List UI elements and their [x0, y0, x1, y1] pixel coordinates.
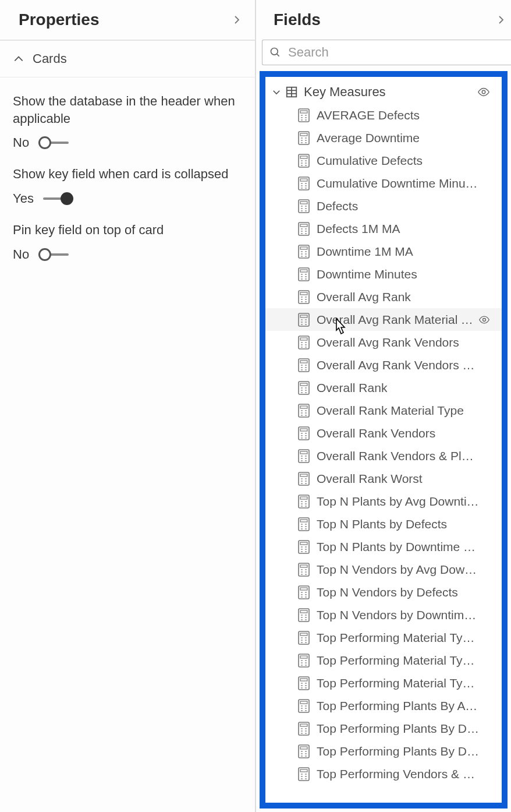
fields-header[interactable]: Fields [256, 0, 511, 40]
field-label: Top Performing Plants By Do… [317, 744, 480, 758]
svg-rect-32 [300, 179, 307, 181]
svg-rect-64 [300, 270, 307, 272]
properties-header[interactable]: Properties [0, 0, 255, 41]
field-label: Top N Plants by Avg Downtim… [317, 495, 480, 509]
field-label: Cumulative Defects [317, 154, 423, 168]
measure-icon [298, 654, 310, 668]
property-label: Show key field when card is collapsed [13, 165, 242, 183]
field-label: Overall Avg Rank Vendors Pla… [317, 358, 480, 372]
field-row[interactable]: Defects 1M MA [265, 217, 502, 240]
table-row-key-measures[interactable]: Key Measures [265, 80, 502, 104]
field-label: Average Downtime [317, 131, 420, 145]
svg-point-6 [482, 90, 485, 94]
measure-icon [298, 449, 310, 463]
field-row[interactable]: Overall Avg Rank Vendors [265, 331, 502, 354]
svg-rect-40 [300, 202, 307, 204]
property-item: Show the database in the header when app… [13, 93, 242, 150]
field-row[interactable]: Overall Avg Rank Material Type [265, 308, 502, 331]
field-label: Top N Vendors by Avg Downt… [317, 563, 480, 577]
svg-rect-161 [300, 542, 307, 545]
toggle-switch[interactable] [38, 248, 70, 262]
field-label: AVERAGE Defects [317, 108, 420, 122]
field-row[interactable]: Top Performing Plants By Def… [265, 717, 502, 740]
toggle-switch[interactable] [43, 192, 74, 206]
field-row[interactable]: Top Performing Material Type… [265, 649, 502, 672]
chevron-up-icon [13, 53, 24, 65]
fields-panel: Fields Key MeasuresAVERAGE DefectsAverag… [256, 0, 511, 812]
field-row[interactable]: Top N Plants by Defects [265, 513, 502, 535]
field-row[interactable]: Top N Vendors by Avg Downt… [265, 558, 502, 581]
search-box[interactable] [262, 40, 511, 65]
field-row[interactable]: Downtime 1M MA [265, 240, 502, 263]
measure-icon [298, 358, 310, 372]
field-row[interactable]: Average Downtime [265, 126, 502, 149]
field-row[interactable]: Overall Rank [265, 376, 502, 399]
measure-icon [298, 199, 310, 213]
field-label: Top N Plants by Defects [317, 517, 447, 531]
field-label: Overall Avg Rank [317, 290, 411, 304]
chevron-right-icon[interactable] [496, 15, 506, 25]
measure-icon [298, 290, 310, 304]
field-row[interactable]: Top Performing Material Type… [265, 672, 502, 694]
table-name: Key Measures [304, 84, 386, 100]
measure-icon [298, 108, 310, 122]
svg-rect-113 [300, 406, 307, 408]
fields-highlight: Key MeasuresAVERAGE DefectsAverage Downt… [260, 71, 508, 809]
svg-rect-48 [300, 224, 307, 227]
field-row[interactable]: AVERAGE Defects [265, 104, 502, 126]
field-row[interactable]: Overall Avg Rank Vendors Pla… [265, 354, 502, 376]
measure-icon [298, 699, 310, 713]
field-label: Top Performing Plants By Avg… [317, 699, 480, 713]
field-row[interactable]: Top N Vendors by Downtime … [265, 603, 502, 626]
field-row[interactable]: Overall Rank Vendors [265, 422, 502, 444]
field-label: Downtime Minutes [317, 267, 417, 281]
field-row[interactable]: Top N Plants by Avg Downtim… [265, 490, 502, 513]
field-row[interactable]: Overall Rank Material Type [265, 399, 502, 422]
field-label: Defects [317, 199, 358, 213]
measure-icon [298, 245, 310, 259]
properties-panel: Properties Cards Show the database in th… [0, 0, 256, 812]
measure-icon [298, 404, 310, 418]
measure-icon [298, 676, 310, 690]
field-label: Top Performing Plants By Def… [317, 722, 480, 736]
svg-rect-225 [300, 724, 307, 726]
svg-rect-16 [300, 133, 307, 136]
field-row[interactable]: Cumulative Downtime Minutes [265, 172, 502, 195]
field-row[interactable]: Overall Rank Worst [265, 467, 502, 490]
field-row[interactable]: Top Performing Vendors & Pl… [265, 762, 502, 785]
field-row[interactable]: Overall Avg Rank [265, 285, 502, 308]
svg-rect-233 [300, 747, 307, 749]
field-row[interactable]: Defects [265, 195, 502, 217]
field-row[interactable]: Downtime Minutes [265, 263, 502, 285]
svg-rect-241 [300, 769, 307, 772]
measure-icon [298, 381, 310, 395]
field-row[interactable]: Top N Vendors by Defects [265, 581, 502, 603]
field-row[interactable]: Overall Rank Vendors & Plants [265, 444, 502, 467]
search-input[interactable] [287, 44, 504, 61]
measure-icon [298, 472, 310, 486]
measure-icon [298, 767, 310, 781]
svg-rect-193 [300, 633, 307, 636]
chevron-right-icon[interactable] [232, 15, 242, 25]
field-label: Overall Avg Rank Material Type [317, 313, 480, 327]
field-row[interactable]: Top Performing Plants By Do… [265, 740, 502, 762]
field-row[interactable]: Top Performing Plants By Avg… [265, 694, 502, 717]
svg-rect-97 [300, 361, 307, 363]
cards-section-header[interactable]: Cards [0, 41, 255, 77]
field-label: Overall Rank Material Type [317, 404, 464, 418]
eye-icon[interactable] [478, 314, 490, 326]
svg-rect-80 [300, 315, 307, 317]
field-row[interactable]: Cumulative Defects [265, 149, 502, 172]
field-row[interactable]: Top Performing Material Type… [265, 626, 502, 649]
table-icon [285, 86, 298, 98]
fields-title: Fields [274, 10, 321, 29]
svg-rect-24 [300, 156, 307, 158]
measure-icon [298, 313, 310, 327]
field-label: Top Performing Material Type… [317, 631, 480, 645]
svg-rect-177 [300, 588, 307, 590]
field-label: Overall Rank Worst [317, 472, 423, 486]
field-label: Top Performing Material Type… [317, 676, 480, 690]
eye-icon[interactable] [477, 86, 490, 98]
toggle-switch[interactable] [38, 136, 70, 150]
field-row[interactable]: Top N Plants by Downtime Mi… [265, 535, 502, 558]
